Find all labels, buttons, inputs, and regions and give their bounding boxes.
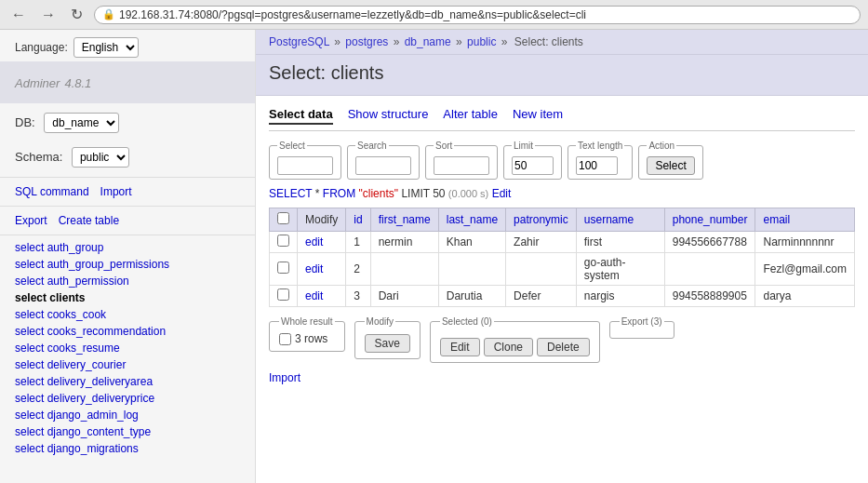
edit-button[interactable]: Edit [440, 338, 480, 356]
row-edit-cell: edit [298, 286, 346, 307]
sidebar-nav-item[interactable]: select django_admin_log [0, 407, 255, 423]
tab-select-data[interactable]: Select data [269, 105, 333, 125]
select-all-checkbox[interactable] [277, 212, 289, 224]
refresh-button[interactable]: ↻ [67, 4, 87, 25]
sidebar-nav-item[interactable]: select delivery_deliveryarea [0, 373, 255, 390]
row-first-name [370, 253, 438, 286]
schema-select[interactable]: public [72, 147, 129, 168]
edit-link[interactable]: edit [305, 262, 323, 275]
forward-button[interactable]: → [37, 5, 60, 25]
sort-input[interactable] [434, 156, 489, 175]
th-last-name-link[interactable]: last_name [447, 213, 498, 226]
sidebar-nav-item[interactable]: select delivery_courier [0, 356, 255, 373]
row-username: nargis [576, 286, 664, 307]
address-bar[interactable]: 🔒 192.168.31.74:8080/?pgsql=postgres&use… [94, 6, 861, 24]
th-email: email [755, 208, 855, 232]
sidebar-nav-item[interactable]: select auth_group_permissions [0, 256, 255, 273]
tab-alter-table[interactable]: Alter table [443, 105, 498, 125]
back-button[interactable]: ← [7, 5, 30, 25]
table-row: edit 3 Dari Darutia Defer nargis 9945588… [270, 286, 855, 307]
lock-icon: 🔒 [102, 8, 115, 20]
row-email: Narminnnnnnr [755, 232, 855, 253]
data-table: Modify id first_name last_name patronymi… [269, 208, 855, 307]
search-legend: Search [355, 141, 389, 151]
sidebar-nav-item[interactable]: select delivery_deliveryprice [0, 390, 255, 407]
row-checkbox-cell [270, 286, 298, 307]
row-phone: 994558889905 [664, 286, 755, 307]
whole-result-legend: Whole result [279, 316, 335, 327]
tab-nav: Select data Show structure Alter table N… [269, 105, 855, 131]
row-checkbox[interactable] [277, 262, 289, 274]
delete-button[interactable]: Delete [537, 338, 590, 356]
th-first-name-link[interactable]: first_name [379, 213, 431, 226]
row-id: 3 [346, 286, 370, 307]
search-input[interactable] [355, 156, 411, 175]
export-link[interactable]: Export [15, 214, 47, 227]
text-length-input[interactable] [576, 156, 618, 175]
text-length-legend: Text length [576, 141, 624, 151]
sidebar-nav-item[interactable]: select cooks_cook [0, 306, 255, 323]
sidebar-nav-item[interactable]: select cooks_recommendation [0, 323, 255, 340]
th-id-link[interactable]: id [354, 213, 362, 226]
edit-link[interactable]: edit [305, 289, 323, 302]
row-checkbox[interactable] [277, 288, 289, 301]
sidebar-nav-item[interactable]: select django_content_type [0, 423, 255, 440]
tab-new-item[interactable]: New item [513, 105, 563, 125]
sql-edit-link[interactable]: Edit [492, 187, 512, 200]
th-patronymic-link[interactable]: patronymic [514, 213, 568, 226]
sql-command-link[interactable]: SQL command [15, 185, 89, 198]
selected-actions: Edit Clone Delete [440, 336, 590, 356]
limit-input[interactable] [512, 156, 554, 175]
th-first-name: first_name [370, 208, 438, 232]
row-last-name: Darutia [438, 286, 505, 307]
th-email-link[interactable]: email [763, 213, 790, 226]
export-fieldset: Export (3) [609, 316, 674, 339]
breadcrumb-dbname[interactable]: db_name [405, 35, 451, 48]
language-select[interactable]: English [73, 37, 139, 58]
breadcrumb-postgresql[interactable]: PostgreSQL [269, 35, 329, 48]
text-length-fieldset: Text length [568, 141, 633, 180]
select-input[interactable] [277, 156, 333, 175]
row-patronymic: Zahir [506, 232, 577, 253]
save-button[interactable]: Save [365, 334, 410, 353]
db-selector: DB: db_name Schema: public [0, 103, 255, 178]
limit-fieldset: Limit [503, 141, 562, 180]
row-id: 1 [346, 232, 370, 253]
clone-button[interactable]: Clone [484, 338, 533, 356]
th-modify: Modify [298, 208, 346, 232]
row-last-name: Khan [438, 232, 505, 253]
breadcrumb-postgres[interactable]: postgres [345, 35, 388, 48]
selected-legend: Selected (0) [440, 316, 494, 327]
select-button[interactable]: Select [647, 156, 694, 175]
sidebar-nav-item[interactable]: select clients [0, 289, 255, 306]
sort-legend: Sort [434, 141, 454, 151]
sidebar-nav-item[interactable]: select auth_permission [0, 273, 255, 289]
whole-result-checkbox[interactable] [279, 333, 291, 345]
tab-show-structure[interactable]: Show structure [348, 105, 429, 125]
sidebar-nav-item[interactable]: select cooks_resume [0, 340, 255, 356]
breadcrumb-public[interactable]: public [467, 35, 496, 48]
sidebar-actions-2: Export Create table [0, 207, 255, 235]
import-link-bottom[interactable]: Import [269, 371, 300, 384]
sidebar-nav-item[interactable]: select auth_group [0, 239, 255, 256]
main-content: PostgreSQL » postgres » db_name » public… [256, 30, 868, 483]
app-title: Adminer 4.8.1 [0, 61, 255, 103]
action-fieldset: Action Select [638, 141, 702, 180]
edit-link[interactable]: edit [305, 235, 323, 248]
table-body: edit 1 nermin Khan Zahir first 994556667… [270, 232, 855, 307]
create-table-link[interactable]: Create table [59, 214, 119, 227]
sql-table: "clients" [359, 187, 399, 200]
th-patronymic: patronymic [506, 208, 577, 232]
sidebar-nav-item[interactable]: select django_migrations [0, 440, 255, 457]
th-phone-link[interactable]: phone_number [673, 213, 748, 226]
th-username-link[interactable]: username [584, 213, 634, 226]
row-first-name: Dari [370, 286, 438, 307]
breadcrumb-current: Select: clients [514, 35, 583, 48]
th-phone-number: phone_number [664, 208, 755, 232]
db-select[interactable]: db_name [44, 113, 119, 133]
sql-from: FROM [323, 187, 355, 200]
import-link-sidebar[interactable]: Import [100, 185, 132, 198]
breadcrumb: PostgreSQL » postgres » db_name » public… [256, 30, 868, 55]
row-checkbox[interactable] [277, 235, 289, 247]
row-phone: 994556667788 [664, 232, 755, 253]
